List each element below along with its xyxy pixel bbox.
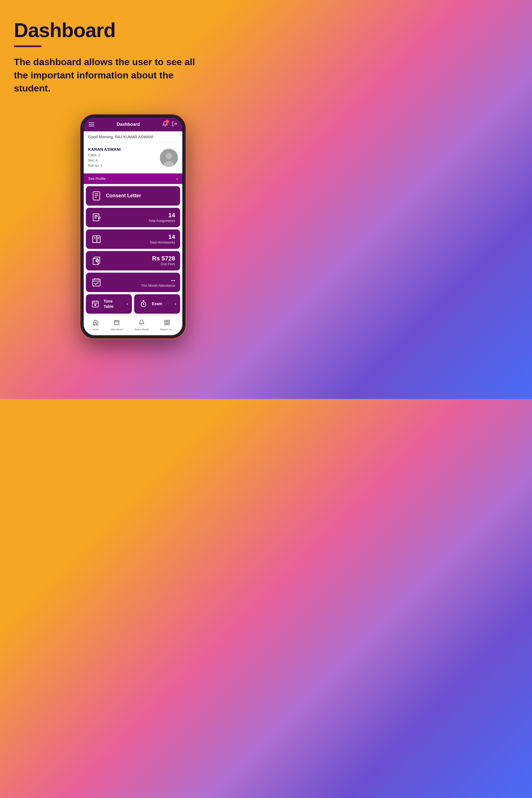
- svg-rect-40: [165, 323, 167, 324]
- consent-letter-label: Consent Letter: [106, 193, 141, 199]
- nav-report[interactable]: Report Ca...: [160, 320, 174, 331]
- timetable-item[interactable]: TimeTable ›: [86, 294, 132, 314]
- attendance-icon: [91, 277, 102, 287]
- fees-right: Rs 5728 Due Fees: [152, 255, 175, 266]
- fees-item[interactable]: $ Rs 5728 Due Fees: [86, 251, 180, 270]
- phone-outer: Dashboard 0: [80, 114, 186, 339]
- timetable-icon: [90, 300, 101, 308]
- page-wrapper: Dashboard The dashboard allows the user …: [0, 0, 266, 399]
- attendance-sublabel: This Month Attendance: [141, 284, 175, 288]
- see-profile-label: See Profile: [88, 176, 106, 180]
- svg-rect-39: [168, 320, 169, 322]
- exam-arrow: ›: [174, 301, 176, 307]
- title-underline: [14, 45, 41, 47]
- home-nav-icon: [93, 320, 99, 327]
- exam-item[interactable]: Exam ›: [134, 294, 180, 314]
- greeting-text: Good Morning, RAJ KUMAR ASWANI: [88, 135, 153, 139]
- homeworks-left: [91, 234, 102, 244]
- nav-home[interactable]: Home: [92, 320, 99, 331]
- consent-letter-icon: [91, 191, 102, 201]
- assignments-right: 14 Total Assignments: [148, 212, 175, 223]
- nav-attendance-label: Attendance: [110, 328, 123, 331]
- see-profile-button[interactable]: See Profile ›: [84, 173, 182, 184]
- assignments-sublabel: Total Assignments: [148, 219, 175, 223]
- fees-left: $: [91, 256, 102, 266]
- phone-wrapper: Dashboard 0: [14, 114, 252, 339]
- hamburger-menu-icon[interactable]: [89, 122, 94, 126]
- assignments-number: 14: [148, 212, 175, 218]
- nav-notice-label: Notice Board: [134, 328, 149, 331]
- attendance-item[interactable]: -- This Month Attendance: [86, 273, 180, 292]
- student-name: KARAN ASWANI: [88, 147, 121, 152]
- timetable-arrow: ›: [126, 301, 128, 307]
- logout-icon[interactable]: [172, 121, 177, 128]
- homeworks-icon: [91, 234, 102, 244]
- report-nav-icon: [164, 320, 170, 327]
- page-title: Dashboard: [14, 19, 252, 41]
- attendance-nav-icon: [114, 320, 120, 327]
- exam-label: Exam: [152, 301, 162, 306]
- homeworks-right: 14 Total Homeworks: [150, 234, 175, 244]
- phone-screen: Dashboard 0: [84, 118, 182, 335]
- page-description: The dashboard allows the user to see all…: [14, 55, 208, 95]
- homeworks-sublabel: Total Homeworks: [150, 241, 175, 244]
- student-avatar: [160, 149, 178, 167]
- student-card: KARAN ASWANI Class: 2 Sec: A Roll no: 1: [84, 143, 182, 173]
- student-info: KARAN ASWANI Class: 2 Sec: A Roll no: 1: [88, 147, 121, 169]
- assignments-icon: [91, 212, 102, 223]
- timetable-left: TimeTable: [90, 299, 114, 309]
- homeworks-number: 14: [150, 234, 175, 240]
- attendance-left: [91, 277, 102, 287]
- fees-sublabel: Due Fees: [152, 262, 175, 266]
- exam-left: Exam: [138, 300, 162, 308]
- bottom-row: TimeTable ›: [86, 294, 180, 314]
- consent-letter-left: Consent Letter: [91, 191, 141, 201]
- svg-rect-4: [93, 192, 100, 200]
- header-section: Dashboard The dashboard allows the user …: [14, 11, 252, 112]
- assignments-left: [91, 212, 102, 223]
- svg-rect-38: [165, 320, 167, 322]
- svg-point-2: [166, 153, 172, 159]
- svg-rect-8: [93, 214, 99, 221]
- app-title: Dashboard: [117, 122, 140, 127]
- student-class: Class: 2: [88, 153, 121, 158]
- see-profile-arrow: ›: [176, 176, 178, 181]
- notification-icon[interactable]: 0: [163, 121, 168, 128]
- attendance-right: -- This Month Attendance: [141, 277, 175, 288]
- header-icons: 0: [163, 121, 177, 128]
- nav-attendance[interactable]: Attendance: [110, 320, 123, 331]
- bottom-nav: Home Attendance: [84, 316, 182, 335]
- assignments-item[interactable]: 14 Total Assignments: [86, 208, 180, 227]
- timetable-label: TimeTable: [103, 299, 114, 309]
- svg-rect-34: [114, 320, 119, 325]
- fees-number: Rs 5728: [152, 255, 175, 262]
- svg-rect-18: [93, 279, 100, 286]
- greeting-bar: Good Morning, RAJ KUMAR ASWANI: [84, 131, 182, 142]
- student-roll: Roll no: 1: [88, 163, 121, 169]
- homeworks-item[interactable]: 14 Total Homeworks: [86, 229, 180, 249]
- attendance-number: --: [141, 277, 175, 283]
- nav-report-label: Report Ca...: [160, 328, 174, 331]
- svg-rect-41: [168, 323, 169, 324]
- notification-badge: 0: [166, 120, 169, 124]
- consent-letter-item[interactable]: Consent Letter: [86, 186, 180, 206]
- menu-list: Consent Letter: [84, 184, 182, 294]
- nav-home-label: Home: [92, 328, 99, 331]
- nav-notice[interactable]: Notice Board: [134, 320, 149, 331]
- student-section: Sec: A: [88, 158, 121, 163]
- app-header: Dashboard 0: [84, 118, 182, 131]
- notice-nav-icon: [138, 320, 145, 327]
- exam-icon: [138, 300, 149, 308]
- fees-icon: $: [91, 256, 102, 266]
